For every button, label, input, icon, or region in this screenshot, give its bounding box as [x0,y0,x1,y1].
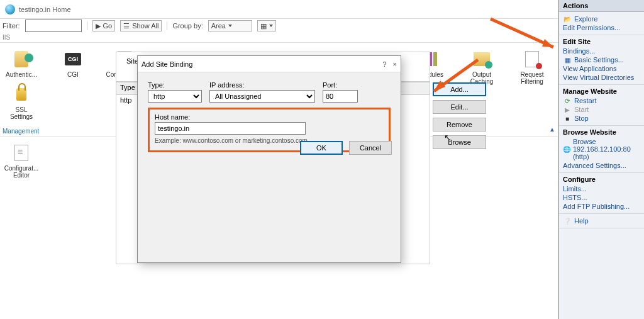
cache-icon [474,52,490,66]
action-start[interactable]: ▶Start [563,105,640,114]
dialog-title: Add Site Binding [142,60,192,68]
edit-site-header: Edit Site [563,38,640,45]
filter-icon [525,51,539,67]
cgi-icon: CGI [65,53,81,65]
hostname-label: Host name: [155,113,190,121]
ip-label: IP address: [209,81,315,89]
hostname-input[interactable] [155,122,306,135]
feature-cgi[interactable]: CGICGI [57,49,89,78]
action-add-ftp[interactable]: Add FTP Publishing... [563,202,640,211]
action-limits[interactable]: Limits... [563,184,640,193]
document-icon: ▦ [563,57,572,64]
action-stop[interactable]: ■Stop [563,114,640,123]
globe-icon [5,4,15,14]
feature-config-editor[interactable]: Configurat... Editor [5,143,38,179]
cancel-button[interactable]: Cancel [349,141,392,155]
action-browse-site[interactable]: 🌐Browse 192.168.12.100:80 (http) [563,137,640,161]
configure-header: Configure [563,176,640,183]
actions-pane: Actions 📂Explore Edit Permissions... Edi… [558,0,644,319]
showall-button[interactable]: ☰ Show All [120,20,162,31]
collapse-chevron-icon[interactable]: ▲ [549,126,555,133]
help-icon: ❔ [563,218,572,225]
port-label: Port: [323,81,358,89]
action-view-applications[interactable]: View Applications [563,64,640,73]
page-title: testingo.in Home [0,0,558,19]
filter-label: Filter: [3,22,20,30]
person-key-icon [14,51,28,67]
feature-ssl[interactable]: SSL Settings [5,84,38,120]
bindings-remove-button[interactable]: Remove [433,118,486,132]
bindings-browse-button[interactable]: Browse [433,135,486,149]
dialog-help-button[interactable]: ? [382,60,386,68]
toolbar: Filter: ▶ Go ☰ Show All Group by: Area ▦ [0,19,558,33]
stop-icon: ■ [563,115,572,122]
globe-icon: 🌐 [563,146,570,153]
type-select[interactable]: http [148,90,202,103]
browse-website-header: Browse Website [563,128,640,136]
feature-authentication[interactable]: Authentic... [5,49,38,78]
feature-request-filtering[interactable]: Request Filtering [516,49,548,85]
document-icon [14,145,28,161]
action-edit-permissions[interactable]: Edit Permissions... [563,23,640,32]
feature-output-caching[interactable]: Output Caching [465,49,498,85]
add-site-binding-dialog: Add Site Binding ? × Type: http IP addre… [137,55,401,263]
port-input[interactable] [323,90,358,103]
action-restart[interactable]: ⟳Restart [563,96,640,105]
go-button[interactable]: ▶ Go [92,20,116,31]
groupby-select[interactable]: Area [208,20,252,31]
groupby-label: Group by: [172,22,203,30]
restart-icon: ⟳ [563,98,572,104]
bindings-edit-button[interactable]: Edit... [433,100,486,114]
manage-website-header: Manage Website [563,87,640,95]
play-icon: ▶ [563,106,572,113]
type-label: Type: [148,81,202,89]
action-explore[interactable]: 📂Explore [563,14,640,23]
action-bindings[interactable]: Bindings... [563,47,640,55]
ip-select[interactable]: All Unassigned [209,90,315,103]
action-hsts[interactable]: HSTS... [563,193,640,202]
action-view-virtual-dirs[interactable]: View Virtual Directories [563,73,640,82]
action-basic-settings[interactable]: ▦Basic Settings... [563,55,640,64]
view-mode-button[interactable]: ▦ [257,20,276,31]
lock-icon [16,88,26,101]
filter-input[interactable] [25,20,82,32]
folder-icon: 📂 [563,16,572,23]
ok-button[interactable]: OK [300,141,343,155]
actions-header: Actions [559,0,644,12]
dialog-close-button[interactable]: × [393,60,397,68]
action-advanced-settings[interactable]: Advanced Settings... [563,161,640,170]
section-iis: IIS [0,33,558,43]
bindings-add-button[interactable]: Add... [433,82,486,96]
action-help[interactable]: ❔Help [563,216,640,225]
